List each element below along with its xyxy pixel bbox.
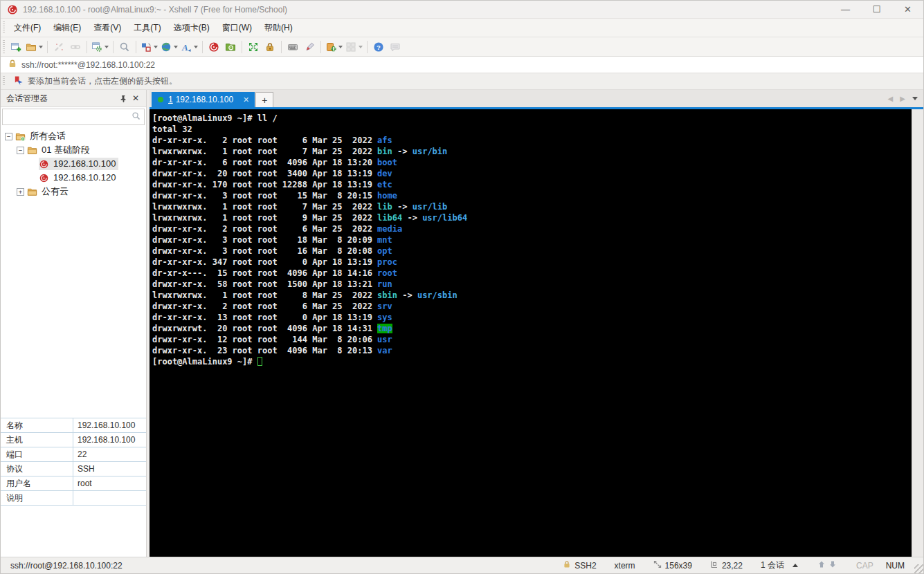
session-manager-header: 会话管理器 ✕ <box>1 90 146 107</box>
terminal-line: drwxr-xr-x. 20 root root 3400 Apr 18 13:… <box>152 168 912 179</box>
menu-item[interactable]: 工具(T) <box>127 20 167 35</box>
session-tree-item[interactable]: 192.168.10.100 <box>1 157 146 171</box>
property-row: 端口22 <box>1 447 146 462</box>
status-bar: ssh://root@192.168.10.100:22 SSH2 xterm … <box>1 557 923 573</box>
new-file-icon[interactable] <box>324 39 344 55</box>
session-list-caret-icon[interactable] <box>792 564 798 567</box>
panel-close-icon[interactable]: ✕ <box>129 92 142 104</box>
terminal-line: drwxr-xr-x. 170 root root 12288 Apr 18 1… <box>152 179 912 190</box>
status-caps-lock: CAP <box>856 561 873 571</box>
status-terminal-type[interactable]: xterm <box>615 561 635 571</box>
session-search-box[interactable] <box>2 109 145 125</box>
session-tree-label: 192.168.10.100 <box>53 158 118 170</box>
resize-grip[interactable] <box>914 564 923 573</box>
chat-icon <box>387 39 404 55</box>
property-row: 说明 <box>1 491 146 506</box>
encoding-globe-icon[interactable] <box>159 39 179 55</box>
status-scroll-arrows[interactable] <box>816 560 838 571</box>
tile-windows-icon <box>344 39 364 55</box>
resize-icon <box>653 560 665 571</box>
chevron-down-icon[interactable] <box>154 46 158 48</box>
chevron-down-icon[interactable] <box>105 46 109 48</box>
address-bar[interactable]: ssh://root:******@192.168.10.100:22 <box>1 56 923 73</box>
address-value[interactable]: ssh://root:******@192.168.10.100:22 <box>21 60 155 70</box>
tab-bar: 1 192.168.10.100 ✕ + ◀ ▶ <box>150 90 923 107</box>
chevron-down-icon[interactable] <box>359 46 363 48</box>
toolbar-grip <box>3 76 5 86</box>
terminal-line: lrwxrwxrwx. 1 root root 8 Mar 25 2022 sb… <box>152 290 912 301</box>
tab-session-active[interactable]: 1 192.168.10.100 ✕ <box>152 92 255 107</box>
collapse-icon[interactable]: − <box>5 133 12 140</box>
pin-icon[interactable] <box>117 92 129 104</box>
chevron-down-icon[interactable] <box>39 46 43 48</box>
chevron-down-icon[interactable] <box>194 46 198 48</box>
open-folder-icon[interactable] <box>24 39 44 55</box>
panel-empty-space <box>1 506 146 557</box>
menu-item[interactable]: 文件(F) <box>8 20 47 35</box>
tab-index: 1 <box>168 95 173 104</box>
xftp-icon[interactable] <box>222 39 239 55</box>
fullscreen-icon[interactable] <box>245 39 262 55</box>
terminal-line: dr-xr-xr-x. 2 root root 6 Mar 25 2022 af… <box>152 135 912 146</box>
terminal-scrollbar[interactable] <box>912 109 923 557</box>
menu-item[interactable]: 编辑(E) <box>47 20 87 35</box>
terminal-line: dr-xr-x---. 15 root root 4096 Apr 18 14:… <box>152 268 912 279</box>
toolbar-separator <box>87 41 87 53</box>
tab-close-icon[interactable]: ✕ <box>243 95 249 104</box>
menu-item[interactable]: 查看(V) <box>87 20 127 35</box>
chevron-down-icon[interactable] <box>338 46 343 48</box>
xshell-session-icon <box>39 173 49 183</box>
collapse-icon[interactable]: − <box>17 147 24 154</box>
toolbar-grip <box>3 21 5 34</box>
highlight-pen-icon[interactable] <box>301 39 318 55</box>
all-sessions-folder-icon <box>15 131 26 142</box>
connected-dot-icon <box>158 97 163 102</box>
font-icon[interactable]: A <box>179 39 199 55</box>
terminal-line: [root@AlmaLinux9 ~]# <box>152 356 912 367</box>
xshell-icon[interactable] <box>206 39 222 55</box>
toolbar: A? <box>1 37 923 56</box>
session-tree-item[interactable]: +公有云 <box>1 185 146 198</box>
menu-item[interactable]: 选项卡(B) <box>167 20 216 35</box>
terminal-line: drwxr-xr-x. 2 root root 6 Mar 25 2022 sr… <box>152 301 912 312</box>
lock-screen-icon[interactable] <box>262 39 278 55</box>
status-cursor-position: 23,22 <box>710 560 743 571</box>
arrow-up-icon[interactable] <box>816 560 827 571</box>
tab-list-caret-icon[interactable] <box>912 97 918 100</box>
session-tree-item[interactable]: −01 基础阶段 <box>1 143 146 157</box>
terminal-line: drwxr-xr-x. 3 root root 18 Mar 8 20:09 m… <box>152 234 912 246</box>
status-session-count[interactable]: 1 会话 <box>761 559 798 571</box>
tab-scroll-left-icon[interactable]: ◀ <box>888 95 894 102</box>
terminal-line: drwxr-xr-x. 12 root root 144 Mar 8 20:06… <box>152 334 912 345</box>
toolbar-separator <box>202 41 203 53</box>
tab-scroll-right-icon[interactable]: ▶ <box>900 95 905 102</box>
status-protocol: SSH2 <box>563 560 596 571</box>
terminal-line: lrwxrwxrwx. 1 root root 9 Mar 25 2022 li… <box>152 212 912 223</box>
terminal-line: drwxr-xr-x. 58 root root 1500 Apr 18 13:… <box>152 279 912 290</box>
find-icon[interactable] <box>116 39 133 55</box>
session-properties-icon[interactable] <box>90 39 110 55</box>
search-icon <box>132 111 144 122</box>
virtual-keyboard-icon[interactable] <box>284 39 301 55</box>
close-button[interactable]: ✕ <box>892 1 923 18</box>
terminal-screen[interactable]: [root@AlmaLinux9 ~]# ll /total 32dr-xr-x… <box>150 109 912 557</box>
new-tab-button[interactable]: + <box>255 92 273 107</box>
layout-icon[interactable] <box>139 39 159 55</box>
minimize-button[interactable]: — <box>830 1 861 18</box>
session-tree-item[interactable]: 192.168.10.120 <box>1 171 146 185</box>
terminal-line: dr-xr-xr-x. 6 root root 4096 Apr 18 13:2… <box>152 157 912 168</box>
menu-item[interactable]: 帮助(H) <box>258 20 299 35</box>
help-icon[interactable]: ? <box>370 39 387 55</box>
property-row: 主机192.168.10.100 <box>1 433 146 447</box>
terminal-cursor <box>257 357 262 366</box>
new-session-icon[interactable] <box>8 39 24 55</box>
chevron-down-icon[interactable] <box>174 46 178 48</box>
lock-icon <box>1 59 17 71</box>
menu-item[interactable]: 窗口(W) <box>216 20 258 35</box>
svg-text:A: A <box>181 41 188 52</box>
arrow-down-icon[interactable] <box>827 560 838 571</box>
maximize-button[interactable]: ☐ <box>861 1 892 18</box>
expand-icon[interactable]: + <box>17 188 24 196</box>
session-search-input[interactable] <box>3 109 132 124</box>
session-tree-item[interactable]: −所有会话 <box>1 129 146 143</box>
